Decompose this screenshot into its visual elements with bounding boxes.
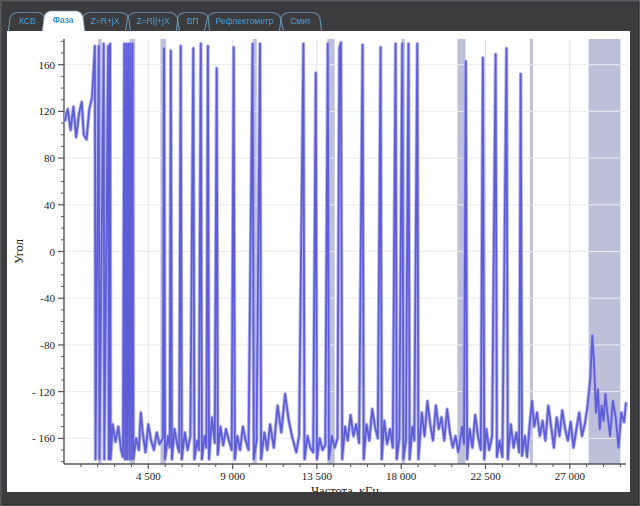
x-axis-tick-label: 22 500 [470, 470, 501, 482]
x-axis-tick-label: 18 000 [386, 470, 417, 482]
x-axis-tick-label: 4 500 [136, 470, 161, 482]
chart-panel: 4 5009 00013 50018 00022 50027 000- 160-… [7, 31, 630, 492]
y-axis-tick-label: - 120 [32, 386, 55, 398]
tab-z-parallel-label: Z=R||+jX [136, 16, 169, 26]
phase-line-halo [65, 43, 626, 460]
phase-chart: 4 5009 00013 50018 00022 50027 000- 160-… [7, 31, 630, 492]
tab-reflectometer[interactable]: Рефлектометр [204, 10, 284, 31]
tab-z-series[interactable]: Z=R+jX [80, 10, 131, 31]
tab-bar: КСВ Фаза Z=R+jX Z=R||+jX ВП Рефлектометр… [8, 5, 627, 31]
app-window: КСВ Фаза Z=R+jX Z=R||+jX ВП Рефлектометр… [0, 0, 640, 506]
tab-vp-label: ВП [187, 16, 199, 26]
x-axis-tick-label: 13 500 [302, 470, 333, 482]
tab-phase-label: Фаза [53, 15, 74, 25]
y-axis-tick-label: -40 [40, 292, 55, 304]
tab-z-parallel[interactable]: Z=R||+jX [125, 10, 180, 31]
x-axis-tick-label: 27 000 [555, 470, 586, 482]
y-axis-tick-label: 160 [39, 59, 56, 71]
x-axis-tick-label: 9 000 [220, 470, 245, 482]
y-axis-tick-label: - 160 [32, 432, 55, 444]
y-axis-tick-label: 0 [50, 246, 56, 258]
phase-line [65, 43, 626, 460]
y-axis-title: Угол [12, 239, 26, 264]
y-axis-tick-label: 120 [39, 105, 56, 117]
y-axis-tick-label: 80 [44, 152, 56, 164]
tab-z-series-label: Z=R+jX [91, 16, 120, 26]
x-axis-title: Частота, кГц [311, 484, 379, 492]
tab-ksv-label: КСВ [19, 16, 36, 26]
tab-reflectometer-label: Рефлектометр [215, 16, 273, 26]
y-axis-tick-label: 40 [44, 199, 56, 211]
tab-smith-label: Смит [290, 16, 311, 26]
tab-phase[interactable]: Фаза [42, 8, 85, 31]
tab-smith[interactable]: Смит [279, 10, 322, 31]
y-axis-tick-label: -80 [40, 339, 55, 351]
